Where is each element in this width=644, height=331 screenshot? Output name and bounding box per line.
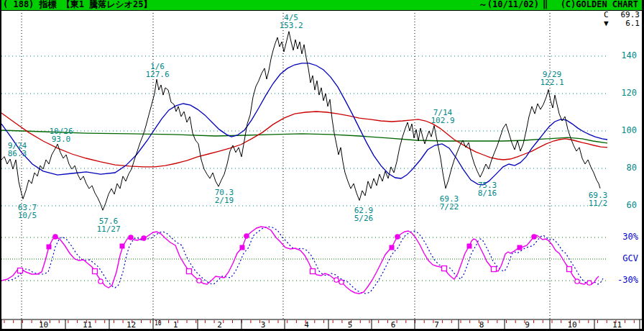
marker-open-circle [334, 278, 339, 282]
marker-filled-square [120, 244, 125, 249]
golden-chart-window: 140120100806030%GCV-30%10111212345678910… [0, 0, 644, 331]
ma-mid-line [1, 112, 607, 167]
marker-filled-circle [128, 235, 134, 240]
marker-open-square [18, 268, 23, 273]
marker-open-square [187, 269, 192, 274]
down-arrow-icon: ▼ [604, 19, 609, 28]
quote-box: C 69.3 ▼ 6.1 [604, 11, 640, 28]
marker-filled-circle [244, 233, 249, 239]
change-value: 6.1 [625, 19, 640, 28]
marker-filled-square [467, 244, 472, 249]
gcv-signal-line [8, 227, 603, 294]
change-row: ▼ 6.1 [604, 19, 640, 28]
marker-filled-circle [52, 234, 58, 240]
title-separator: ‖ [543, 0, 548, 9]
marker-open-square [567, 267, 572, 272]
daily-ratio-line [1, 32, 600, 211]
marker-filled-circle [395, 234, 400, 240]
marker-filled-circle [141, 235, 147, 241]
copyright-label: (C)GOLDEN CHART [552, 0, 638, 9]
marker-filled-square [390, 245, 395, 250]
marker-open-circle [587, 281, 592, 285]
marker-open-circle [339, 280, 344, 284]
marker-open-circle [575, 279, 579, 284]
ma-long-line [1, 130, 607, 143]
marker-filled-circle [531, 234, 537, 240]
marker-open-square [442, 266, 447, 271]
marker-open-square [93, 269, 98, 274]
chart-title: ( 188) 指標 【東1 騰落レシオ25】 [3, 0, 152, 9]
marker-open-square [310, 269, 316, 274]
marker-filled-square [47, 245, 52, 250]
gcv-oscillator-line [1, 227, 599, 294]
title-bar: ( 188) 指標 【東1 騰落レシオ25】 ～(10/11/02) ‖ (C)… [0, 0, 644, 11]
marker-filled-square [240, 245, 245, 250]
marker-open-circle [98, 279, 103, 284]
ma-short-line [1, 63, 607, 185]
marker-open-square [492, 267, 497, 272]
chart-canvas [0, 0, 644, 331]
frame-left [0, 0, 1, 331]
marker-filled-square [518, 245, 523, 250]
marker-open-circle [197, 278, 201, 283]
period-label: ～(10/11/02) [434, 0, 539, 9]
